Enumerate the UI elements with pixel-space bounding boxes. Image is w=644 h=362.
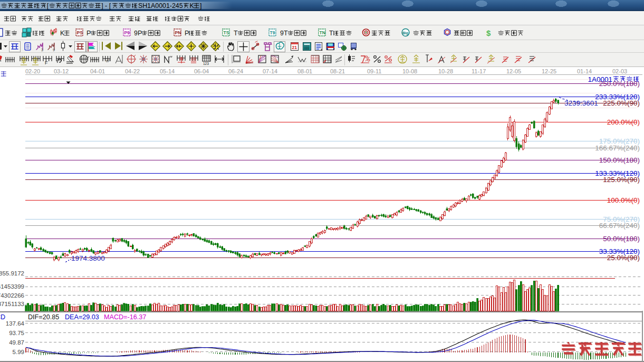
svg-text:10-08: 10-08 xyxy=(402,68,417,74)
svg-text:3239.3601: 3239.3601 xyxy=(564,99,598,107)
svg-text:225.0%(90): 225.0%(90) xyxy=(603,99,640,107)
svg-text:DIF=20.85: DIF=20.85 xyxy=(28,313,59,321)
svg-text:61453399: 61453399 xyxy=(0,283,24,290)
svg-text:50.0%(180): 50.0%(180) xyxy=(603,235,640,243)
svg-text:9T: 9T xyxy=(280,30,288,37)
svg-text:02-03: 02-03 xyxy=(612,68,627,74)
svg-text:03-12: 03-12 xyxy=(54,68,69,74)
svg-text:10-28: 10-28 xyxy=(438,68,453,74)
svg-text:$: $ xyxy=(486,28,491,37)
svg-text:T: T xyxy=(329,30,333,37)
svg-text:93.75: 93.75 xyxy=(9,330,24,336)
svg-text:P: P xyxy=(86,30,91,37)
svg-text:04-22: 04-22 xyxy=(125,68,140,74)
svg-text:74302266: 74302266 xyxy=(0,292,24,299)
svg-text:07-14: 07-14 xyxy=(263,68,277,74)
svg-text:TS: TS xyxy=(224,30,229,35)
svg-text:06-04: 06-04 xyxy=(194,68,209,74)
svg-text:05-14: 05-14 xyxy=(160,68,175,74)
svg-text:Big: Big xyxy=(402,31,408,35)
svg-text:200.0%(0): 200.0%(0) xyxy=(607,118,640,126)
svg-text:9P: 9P xyxy=(134,30,142,37)
svg-text:21: 21 xyxy=(292,45,297,50)
svg-text:3: 3 xyxy=(41,48,43,52)
svg-text:25.0%(90): 25.0%(90) xyxy=(607,254,640,262)
svg-text:49.87: 49.87 xyxy=(9,339,24,346)
svg-text:09-11: 09-11 xyxy=(367,68,381,74)
svg-text:11-17: 11-17 xyxy=(472,68,486,74)
svg-text:66.67%(240): 66.67%(240) xyxy=(599,222,640,230)
svg-text:12-25: 12-25 xyxy=(542,68,556,74)
svg-text:T: T xyxy=(234,30,238,37)
svg-text:137.64: 137.64 xyxy=(6,320,25,327)
svg-text:01-14: 01-14 xyxy=(577,68,592,74)
svg-text:166.67%(240): 166.67%(240) xyxy=(595,144,640,152)
svg-text:04-01: 04-01 xyxy=(90,68,105,74)
svg-text:02-20: 02-20 xyxy=(25,68,40,74)
svg-text:n²: n² xyxy=(106,59,110,63)
svg-text:]: ] xyxy=(200,2,201,9)
svg-text:PN: PN xyxy=(175,30,181,35)
svg-text:T9: T9 xyxy=(270,30,275,35)
svg-text:87151133: 87151133 xyxy=(0,301,24,307)
svg-text:MACD=-16.37: MACD=-16.37 xyxy=(104,313,146,321)
svg-text:9: 9 xyxy=(53,48,55,52)
svg-text:P9: P9 xyxy=(124,30,130,35)
svg-text:08-01: 08-01 xyxy=(297,68,312,74)
svg-text:F: F xyxy=(45,60,48,65)
svg-text:150.0%(180): 150.0%(180) xyxy=(599,156,640,164)
svg-text:K: K xyxy=(190,2,195,9)
svg-text:] - [: ] - [ xyxy=(101,2,111,9)
svg-text:12-05: 12-05 xyxy=(506,68,521,74)
svg-text:06-24: 06-24 xyxy=(228,68,243,74)
svg-text:SH1A0001-245: SH1A0001-245 xyxy=(138,2,183,9)
svg-text:08-21: 08-21 xyxy=(330,68,345,74)
svg-text:DEA=29.03: DEA=29.03 xyxy=(65,313,99,321)
svg-text:123: 123 xyxy=(203,62,209,65)
svg-text:1A0001: 1A0001 xyxy=(588,75,612,83)
svg-text:5.99: 5.99 xyxy=(13,349,24,355)
svg-text:[: [ xyxy=(47,2,49,9)
svg-text:1974.3800: 1974.3800 xyxy=(71,254,105,262)
svg-text:ACD: ACD xyxy=(0,313,5,321)
svg-text:PS: PS xyxy=(77,30,83,35)
svg-text:100.0%(0): 100.0%(0) xyxy=(607,196,640,204)
svg-text:TN: TN xyxy=(320,30,325,35)
svg-text:K: K xyxy=(60,30,65,37)
svg-text:P: P xyxy=(185,30,189,37)
svg-text:125.0%(90): 125.0%(90) xyxy=(603,176,640,184)
svg-text:855.9172: 855.9172 xyxy=(0,270,24,277)
